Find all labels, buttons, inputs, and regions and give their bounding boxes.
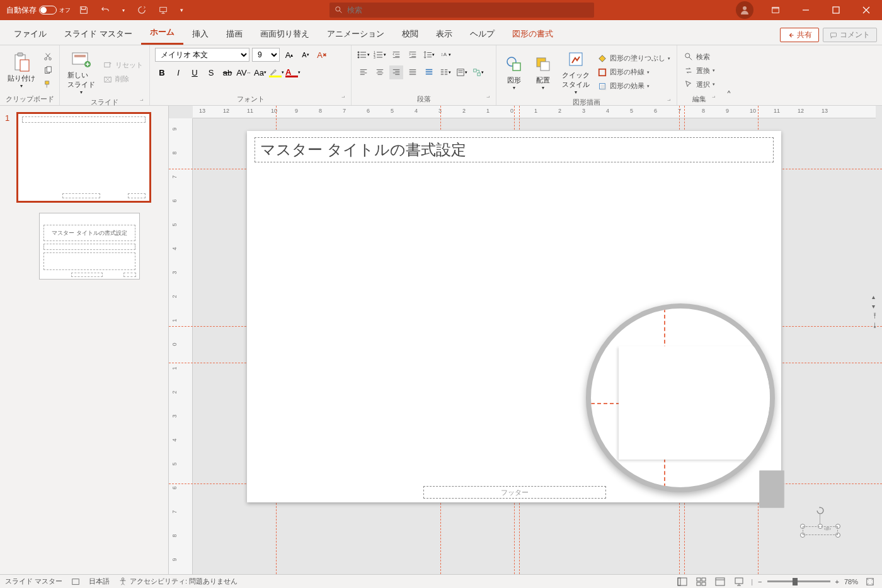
text-direction-button[interactable]: ↕A▾ — [438, 48, 452, 62]
tab-view[interactable]: 表示 — [427, 23, 461, 45]
align-text-button[interactable]: ▾ — [455, 65, 469, 79]
maximize-button[interactable] — [822, 0, 850, 20]
sorter-view-icon[interactable] — [694, 576, 708, 587]
search-input[interactable] — [347, 6, 589, 14]
shape-fill-button[interactable]: 図形の塗りつぶし▾ — [596, 52, 672, 65]
align-right-button[interactable] — [389, 65, 403, 79]
undo-dropdown-icon[interactable]: ▾ — [118, 8, 129, 13]
arrange-button[interactable]: 配置▾ — [530, 53, 556, 92]
increase-font-icon[interactable]: A▴ — [282, 48, 296, 62]
zoom-in-button[interactable]: + — [835, 578, 839, 585]
scroll-down-icon[interactable]: ▾ — [872, 303, 878, 310]
reset-button[interactable]: リセット — [101, 59, 144, 72]
clear-format-icon[interactable]: A✖ — [315, 48, 329, 62]
master-thumb-1[interactable]: 1 — [0, 113, 168, 201]
distribute-button[interactable] — [422, 65, 436, 79]
replace-button[interactable]: 置換▾ — [682, 64, 716, 77]
rotation-handle-icon[interactable] — [816, 506, 825, 515]
copy-button[interactable] — [42, 64, 54, 77]
bold-button[interactable]: B — [155, 65, 169, 79]
justify-button[interactable] — [406, 65, 420, 79]
shape-outline-button[interactable]: 図形の枠線▾ — [596, 66, 672, 79]
cut-button[interactable] — [42, 50, 54, 63]
undo-icon[interactable] — [97, 6, 113, 14]
normal-view-icon[interactable] — [675, 576, 689, 587]
char-spacing-button[interactable]: AV↔ — [237, 65, 251, 79]
zoom-level[interactable]: 78% — [844, 578, 858, 585]
shape-effects-button[interactable]: 図形の効果▾ — [596, 80, 672, 93]
tab-file[interactable]: ファイル — [5, 23, 55, 45]
footer-placeholder[interactable]: フッター — [423, 486, 606, 499]
status-accessibility[interactable]: アクセシビリティ: 問題ありません — [118, 577, 238, 586]
tab-shape-format[interactable]: 図形の書式 — [503, 23, 562, 45]
zoom-out-button[interactable]: − — [758, 578, 762, 585]
tab-transition[interactable]: 画面切り替え — [251, 23, 318, 45]
slide-canvas-area[interactable]: 13121110987654321012345678910111213 9876… — [169, 106, 882, 574]
tab-draw[interactable]: 描画 — [217, 23, 251, 45]
tab-slide-master[interactable]: スライド マスター — [55, 23, 141, 45]
tab-home[interactable]: ホーム — [141, 21, 183, 45]
ribbon: 貼り付け▾ クリップボード 新しい スライド▾ リセット 削除 スライド — [0, 45, 882, 106]
underline-button[interactable]: U — [188, 65, 202, 79]
comment-button[interactable]: コメント — [823, 28, 877, 42]
decrease-font-icon[interactable]: A▾ — [299, 48, 312, 62]
master-slide-thumb[interactable] — [18, 113, 150, 201]
delete-button[interactable]: 削除 — [101, 73, 144, 86]
qat-more-icon[interactable]: ▾ — [176, 7, 187, 13]
smartart-button[interactable]: ▾ — [471, 65, 485, 79]
zoom-slider[interactable] — [767, 580, 830, 582]
font-size-select[interactable]: 9 — [252, 48, 280, 62]
minimize-button[interactable] — [791, 0, 820, 20]
layout-slide-thumb[interactable]: マスター タイトルの書式設定 — [39, 213, 140, 280]
font-color-button[interactable]: A▾ — [286, 65, 300, 79]
increase-indent-button[interactable] — [406, 48, 420, 62]
tab-insert[interactable]: 挿入 — [183, 23, 217, 45]
slideshow-from-start-icon[interactable] — [155, 6, 171, 14]
status-language[interactable]: 日本語 — [89, 577, 110, 586]
fit-to-window-icon[interactable] — [863, 576, 877, 587]
font-name-select[interactable]: メイリオ 本文 — [155, 48, 249, 62]
italic-button[interactable]: I — [171, 65, 185, 79]
ribbon-display-options-icon[interactable] — [761, 0, 790, 20]
autosave-toggle[interactable]: 自動保存 オフ — [6, 5, 71, 16]
change-case-button[interactable]: Aa▾ — [253, 65, 267, 79]
align-left-button[interactable] — [357, 65, 370, 79]
paste-button[interactable]: 貼り付け▾ — [5, 51, 38, 90]
strikethrough-button[interactable]: ab — [220, 65, 234, 79]
prev-slide-icon[interactable]: ⭱ — [872, 312, 878, 319]
line-spacing-button[interactable]: ▾ — [422, 48, 436, 62]
reading-view-icon[interactable] — [713, 576, 727, 587]
close-button[interactable] — [852, 0, 881, 20]
svg-text:3: 3 — [374, 55, 375, 59]
layout-thumb-1[interactable]: マスター タイトルの書式設定 — [0, 213, 168, 280]
bullets-button[interactable]: ▾ — [357, 48, 370, 62]
collapse-ribbon-icon[interactable]: ˄ — [721, 45, 736, 105]
scroll-up-icon[interactable]: ▴ — [872, 293, 878, 300]
search-box[interactable] — [329, 3, 594, 18]
numbering-button[interactable]: 123▾ — [373, 48, 387, 62]
format-painter-button[interactable] — [42, 78, 54, 91]
tab-animation[interactable]: アニメーション — [318, 23, 393, 45]
new-slide-button[interactable]: 新しい スライド▾ — [65, 48, 98, 96]
save-icon[interactable] — [76, 6, 92, 14]
status-notes-icon[interactable] — [71, 577, 80, 586]
align-center-button[interactable] — [373, 65, 387, 79]
shadow-button[interactable]: S — [204, 65, 218, 79]
title-placeholder[interactable]: マスター タイトルの書式設定 — [255, 137, 774, 162]
quick-style-button[interactable]: クイック スタイル▾ — [559, 48, 592, 96]
next-slide-icon[interactable]: ⭳ — [872, 322, 878, 329]
slideshow-view-icon[interactable] — [732, 576, 746, 587]
highlight-button[interactable]: ▾ — [270, 65, 284, 79]
decrease-indent-button[interactable] — [389, 48, 403, 62]
redo-icon[interactable] — [134, 6, 150, 14]
user-avatar[interactable] — [736, 1, 753, 19]
share-button[interactable]: 共有 — [780, 28, 819, 42]
tab-review[interactable]: 校閲 — [393, 23, 427, 45]
select-button[interactable]: 選択▾ — [682, 78, 716, 91]
slide-thumbnails-panel[interactable]: 1 マスター タイトルの書式設定 — [0, 106, 169, 574]
find-button[interactable]: 検索 — [682, 50, 716, 63]
columns-button[interactable]: ▾ — [438, 65, 452, 79]
tab-help[interactable]: ヘルプ — [461, 23, 503, 45]
vertical-scroll-controls[interactable]: ▴ ▾ ⭱ ⭳ — [872, 293, 878, 329]
shapes-button[interactable]: 図形▾ — [501, 53, 527, 92]
